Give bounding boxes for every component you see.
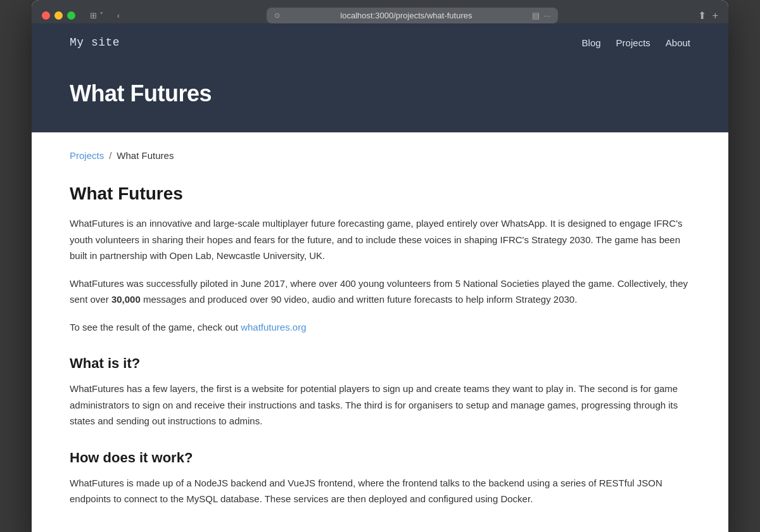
section-paragraph-2: WhatFutures is made up of a NodeJS backe… — [70, 475, 690, 507]
bold-number: 30,000 — [111, 294, 141, 305]
url-text: localhost:3000/projects/what-futures — [285, 11, 527, 20]
article-title: What Futures — [70, 184, 690, 204]
traffic-light-close[interactable] — [42, 11, 50, 20]
site-nav: Blog Projects About — [582, 37, 690, 48]
article-paragraph-3: To see the result of the game, check out… — [70, 319, 690, 336]
content-area: Projects / What Futures What Futures Wha… — [32, 132, 728, 532]
whatfutures-link[interactable]: whatfutures.org — [241, 322, 306, 332]
breadcrumb-separator: / — [109, 150, 111, 161]
breadcrumb-parent-link[interactable]: Projects — [70, 150, 104, 161]
section-heading-1: What is it? — [70, 355, 690, 372]
nav-blog[interactable]: Blog — [582, 37, 601, 48]
browser-controls: ⊞ ˅ ‹ — [88, 9, 127, 23]
section-heading-2: How does it work? — [70, 450, 690, 466]
tab-more-icon[interactable]: ··· — [543, 11, 550, 20]
site-header: My site Blog Projects About — [32, 23, 728, 61]
browser-right-controls: ⬆ + — [698, 10, 718, 22]
address-bar[interactable]: ⊙ localhost:3000/projects/what-futures ▤… — [267, 8, 558, 23]
section-paragraph-1: WhatFutures has a few layers, the first … — [70, 381, 690, 429]
traffic-lights — [42, 11, 75, 20]
page-hero-title: What Futures — [70, 80, 690, 107]
new-tab-button[interactable]: + — [712, 10, 718, 22]
share-button[interactable]: ⬆ — [698, 10, 706, 22]
page-hero: What Futures — [32, 61, 728, 132]
article-paragraph-2: WhatFutures was successfully piloted in … — [70, 276, 690, 308]
breadcrumb: Projects / What Futures — [70, 150, 690, 161]
breadcrumb-current: What Futures — [117, 150, 174, 161]
article: What Futures WhatFutures is an innovativ… — [70, 184, 690, 507]
sidebar-toggle-button[interactable]: ⊞ ˅ — [88, 9, 106, 23]
browser-chrome: ⊞ ˅ ‹ ⊙ localhost:3000/projects/what-fut… — [32, 0, 728, 23]
traffic-light-minimize[interactable] — [54, 11, 63, 20]
address-bar-container: ⊙ localhost:3000/projects/what-futures ▤… — [135, 8, 690, 23]
nav-projects[interactable]: Projects — [616, 37, 650, 48]
address-bar-actions: ▤ ··· — [532, 11, 550, 20]
site-logo[interactable]: My site — [70, 36, 120, 49]
nav-about[interactable]: About — [666, 37, 690, 48]
back-button[interactable]: ‹ — [110, 9, 127, 23]
traffic-light-maximize[interactable] — [67, 11, 75, 20]
browser-top-bar: ⊞ ˅ ‹ ⊙ localhost:3000/projects/what-fut… — [42, 8, 718, 23]
browser-window: ⊞ ˅ ‹ ⊙ localhost:3000/projects/what-fut… — [32, 0, 728, 532]
reader-mode-icon[interactable]: ▤ — [532, 11, 540, 20]
lock-icon: ⊙ — [274, 11, 280, 20]
article-paragraph-1: WhatFutures is an innovative and large-s… — [70, 215, 690, 264]
